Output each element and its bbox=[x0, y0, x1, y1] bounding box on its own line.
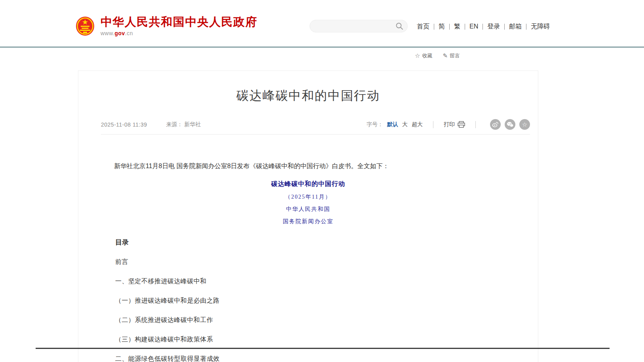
top-nav: 首页 简 繁 EN 登录 邮箱 无障碍 bbox=[412, 22, 554, 31]
font-size-xlarge-button[interactable]: 超大 bbox=[412, 121, 423, 128]
publish-time: 2025-11-08 11:39 bbox=[101, 121, 147, 128]
bottom-divider bbox=[36, 348, 610, 349]
share-favorite-button[interactable]: ☆ bbox=[519, 119, 530, 130]
toc-item: 二、能源绿色低碳转型取得显著成效 bbox=[115, 355, 538, 362]
share-wechat-button[interactable] bbox=[505, 119, 515, 130]
lead-paragraph: 新华社北京11月8日电 国务院新闻办公室8日发布《碳达峰碳中和的中国行动》白皮书… bbox=[101, 162, 515, 171]
quick-links: ☆ 收藏 ✎ 留言 bbox=[415, 52, 470, 59]
toc-item: 一、坚定不移推进碳达峰碳中和 bbox=[115, 277, 538, 286]
nav-login[interactable]: 登录 bbox=[483, 23, 504, 31]
article-card: 碳达峰碳中和的中国行动 2025-11-08 11:39 来源：新华社 字号： … bbox=[78, 70, 538, 362]
message-label: 留言 bbox=[450, 52, 460, 59]
site-url: www.gov.cn bbox=[101, 30, 258, 36]
message-button[interactable]: ✎ 留言 bbox=[443, 52, 460, 59]
search-input[interactable] bbox=[310, 20, 395, 32]
national-emblem-icon bbox=[76, 16, 95, 36]
font-size-label: 字号： bbox=[367, 121, 383, 128]
favorite-button[interactable]: ☆ 收藏 bbox=[415, 52, 432, 59]
share-weibo-button[interactable] bbox=[490, 119, 501, 130]
nav-accessibility[interactable]: 无障碍 bbox=[526, 23, 554, 31]
weibo-icon bbox=[492, 121, 499, 128]
source-value[interactable]: 新华社 bbox=[184, 121, 201, 127]
printer-icon bbox=[458, 121, 465, 128]
toc-item: 前言 bbox=[115, 258, 538, 266]
article-source: 来源：新华社 bbox=[166, 121, 201, 128]
article-meta-row: 2025-11-08 11:39 来源：新华社 字号： 默认 大 超大 打印 bbox=[101, 119, 530, 135]
url-highlight: gov bbox=[114, 30, 125, 36]
nav-traditional[interactable]: 繁 bbox=[450, 23, 465, 31]
site-logo[interactable]: 中华人民共和国中央人民政府 www.gov.cn bbox=[76, 16, 258, 36]
search-icon[interactable] bbox=[395, 22, 403, 30]
wechat-icon bbox=[507, 121, 514, 128]
header-divider bbox=[0, 47, 644, 47]
font-size-large-button[interactable]: 大 bbox=[402, 121, 408, 128]
document-date: （2025年11月） bbox=[78, 193, 538, 201]
print-button[interactable]: 打印 bbox=[444, 121, 465, 128]
print-label: 打印 bbox=[444, 121, 455, 128]
document-org-1: 中华人民共和国 bbox=[78, 206, 538, 213]
url-suffix: .cn bbox=[125, 30, 133, 36]
toc-item: （三）构建碳达峰碳中和政策体系 bbox=[115, 335, 538, 344]
site-header: 中华人民共和国中央人民政府 www.gov.cn 首页 简 繁 EN 登录 邮箱 bbox=[0, 0, 644, 47]
article-title: 碳达峰碳中和的中国行动 bbox=[78, 87, 538, 104]
toc-item: （二）系统推进碳达峰碳中和工作 bbox=[115, 316, 538, 324]
document-title: 碳达峰碳中和的中国行动 bbox=[78, 180, 538, 188]
favorite-label: 收藏 bbox=[422, 52, 432, 59]
font-size-default-button[interactable]: 默认 bbox=[387, 121, 398, 128]
toc-item: （一）推进碳达峰碳中和是必由之路 bbox=[115, 297, 538, 305]
pen-icon: ✎ bbox=[443, 52, 448, 59]
document-heading: 碳达峰碳中和的中国行动 （2025年11月） 中华人民共和国 国务院新闻办公室 bbox=[78, 180, 538, 225]
nav-home[interactable]: 首页 bbox=[412, 23, 434, 31]
site-text: 中华人民共和国中央人民政府 www.gov.cn bbox=[101, 16, 258, 36]
nav-simplified[interactable]: 简 bbox=[434, 23, 449, 31]
source-label: 来源： bbox=[166, 121, 182, 127]
toc-heading: 目录 bbox=[115, 238, 538, 247]
tools-divider bbox=[475, 121, 476, 128]
nav-english[interactable]: EN bbox=[465, 23, 483, 30]
article-tools: 字号： 默认 大 超大 打印 bbox=[367, 119, 530, 130]
star-icon: ☆ bbox=[415, 52, 420, 59]
url-prefix: www. bbox=[101, 30, 114, 36]
nav-mail[interactable]: 邮箱 bbox=[505, 23, 526, 31]
site-title: 中华人民共和国中央人民政府 bbox=[101, 16, 258, 28]
share-group: ☆ bbox=[486, 119, 530, 130]
search-box[interactable] bbox=[310, 20, 408, 32]
document-org-2: 国务院新闻办公室 bbox=[78, 218, 538, 225]
share-star-icon: ☆ bbox=[522, 121, 527, 127]
tools-divider bbox=[433, 121, 433, 128]
page: 中华人民共和国中央人民政府 www.gov.cn 首页 简 繁 EN 登录 邮箱 bbox=[0, 0, 644, 362]
